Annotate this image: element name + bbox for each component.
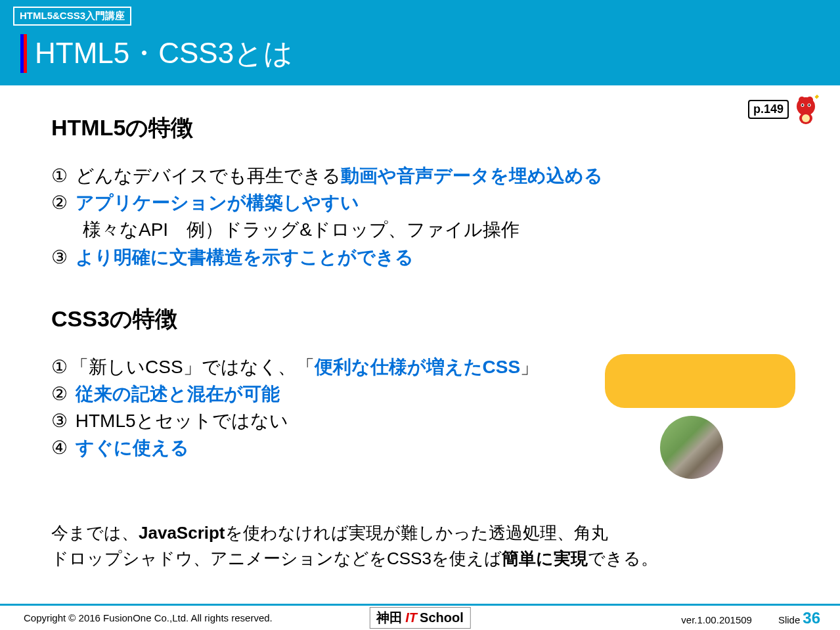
slide-counter: Slide36 [778,609,820,627]
summary-bold: JavaScript [139,523,225,543]
svg-point-5 [802,104,804,106]
copyright-text: Copyright © 2016 FusionOne Co.,Ltd. All … [24,612,273,623]
item-text: どんなデバイスでも再生できる [76,166,341,186]
logo-it: IT [405,610,417,625]
footer-logo: 神田 IT School [369,607,470,629]
item-number: ③ [51,411,68,431]
item-highlight: 便利な仕様が増えたCSS [315,357,521,377]
item-number: ① [51,166,68,186]
summary-text-part: 今までは、 [51,523,139,543]
course-label: HTML5&CSS3入門講座 [13,7,131,26]
svg-point-8 [802,114,810,122]
item-number: ② [51,192,68,213]
summary-line-1: 今までは、JavaScriptを使わなければ実現が難しかった透過処理、角丸 [51,520,789,546]
slide-number: 36 [803,609,820,627]
item-text: HTML5とセットではない [76,411,288,431]
item-text: 「新しいCSS」ではなく、「 [70,357,315,377]
summary-text-part: ドロップシャドウ、アニメーションなどをCSS3を使えば [51,549,502,568]
item-number: ② [51,384,68,404]
svg-point-1 [799,97,805,103]
item-highlight: すぐに使える [76,438,189,458]
html5-item-2: ② アプリケーションが構築しやすい [51,190,789,215]
slide-label: Slide [778,614,800,625]
html5-item-2-sub: 様々なAPI 例）ドラッグ&ドロップ、ファイル操作 [51,217,789,242]
svg-point-6 [808,104,810,106]
summary-text: 今までは、JavaScriptを使わなければ実現が難しかった透過処理、角丸 ドロ… [51,520,789,572]
svg-point-2 [807,97,813,103]
css3-items-wrap: ①「新しいCSS」ではなく、「便利な仕様が増えたCSS」 ② 従来の記述と混在が… [51,354,789,461]
item-highlight: 動画や音声データを埋め込める [341,166,603,186]
css3-section-title: CSS3の特徴 [51,304,789,334]
version-text: ver.1.00.201509 [681,614,752,625]
html5-item-3: ③ より明確に文書構造を示すことができる [51,244,789,270]
mascot-icon [790,93,822,125]
item-number: ① [51,357,68,377]
slide-title: HTML5・CSS3とは [24,34,293,73]
html5-item-1: ① どんなデバイスでも再生できる動画や音声データを埋め込める [51,163,789,189]
logo-kanji: 神田 [376,609,403,627]
slide-header: HTML5&CSS3入門講座 HTML5・CSS3とは [0,0,840,85]
summary-line-2: ドロップシャドウ、アニメーションなどをCSS3を使えば簡単に実現できる。 [51,546,789,572]
slide-footer: Copyright © 2016 FusionOne Co.,Ltd. All … [0,604,840,630]
logo-school: School [420,610,464,625]
item-number: ③ [51,247,68,267]
page-badge: p.149 [748,100,789,119]
orange-rounded-box [605,354,795,408]
cat-circle-image [660,416,723,479]
slide-content: HTML5の特徴 ① どんなデバイスでも再生できる動画や音声データを埋め込める … [0,85,840,572]
item-highlight: 従来の記述と混在が可能 [76,384,280,404]
html5-section-title: HTML5の特徴 [51,113,789,143]
summary-text-part: を使わなければ実現が難しかった透過処理、角丸 [225,523,608,543]
summary-text-part: できる。 [588,549,658,568]
item-number: ④ [51,438,68,458]
item-highlight: より明確に文書構造を示すことができる [76,247,414,267]
summary-bold: 簡単に実現 [502,549,588,568]
footer-right: ver.1.00.201509 Slide36 [681,609,820,627]
item-highlight: アプリケーションが構築しやすい [76,192,359,213]
item-text: 」 [520,357,539,377]
